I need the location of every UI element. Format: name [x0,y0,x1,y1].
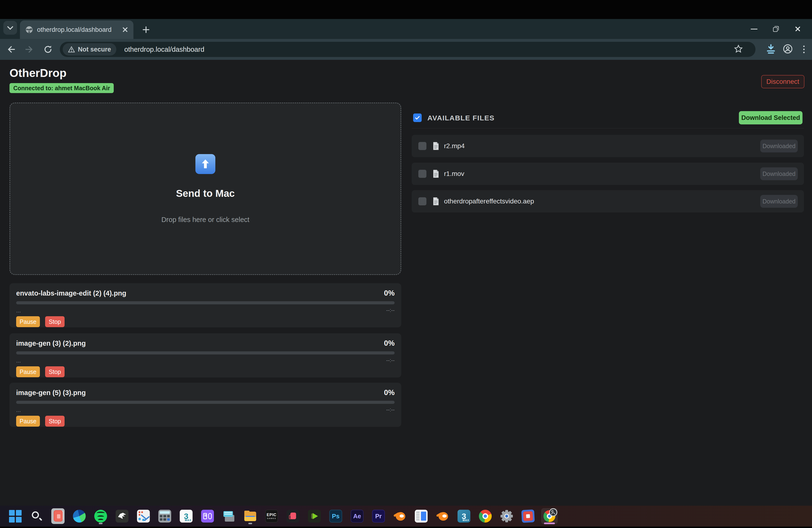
epic-games-icon: EPIC GAMES [265,510,278,523]
minimize-button[interactable] [743,19,765,39]
upload-status: ... [16,407,21,413]
stop-button[interactable]: Stop [45,416,64,427]
check-icon [414,115,420,121]
available-files-title: AVAILABLE FILES [427,114,495,122]
spotify-icon [94,510,107,523]
tab-close-icon[interactable] [122,27,128,33]
taskbar-snipping-tool[interactable] [137,508,150,524]
download-selected-button[interactable]: Download Selected [739,111,802,124]
dropzone[interactable]: Send to Mac Drop files here or click sel… [10,103,401,275]
running-indicator [248,523,252,524]
downloaded-button[interactable]: Downloaded [760,167,798,180]
eagle-icon [116,510,128,523]
taskbar-3dsmax[interactable]: 3 MAX [179,508,193,524]
taskbar-media-player[interactable] [308,508,321,524]
taskbar-photoshop[interactable]: Ps [329,508,342,524]
new-tab-button[interactable] [140,23,153,36]
taskbar-chrome-active[interactable] [543,508,556,524]
upload-icon [195,154,215,174]
blender-icon [393,510,406,523]
forward-button[interactable] [22,42,37,57]
globe-icon [25,26,33,34]
pause-button[interactable]: Pause [16,416,40,427]
document-viewer-icon [415,510,427,523]
taskbar-chrome[interactable] [479,508,492,524]
close-button[interactable] [787,19,809,39]
taskbar-otherdrop-app[interactable] [51,508,64,524]
taskbar-document-viewer[interactable] [415,508,428,524]
taskbar-edge[interactable] [73,508,86,524]
search-icon [31,511,42,522]
taskbar-file-explorer[interactable] [244,508,257,524]
taskbar-calculator[interactable] [158,508,171,524]
downloads-button[interactable] [766,43,777,55]
toolbar-actions [766,40,809,58]
downloaded-button[interactable]: Downloaded [760,195,798,208]
tab-title: otherdrop.local/dashboard [37,26,122,33]
taskbar-3dsmax-blue[interactable]: 3 MAX [457,508,470,524]
taskbar-search-button[interactable] [30,508,43,524]
3dsmax-icon: 3 MAX [180,510,192,523]
select-all-checkbox[interactable] [413,114,422,122]
pause-button[interactable]: Pause [16,316,40,327]
divider [412,128,804,129]
minimize-icon [751,29,757,29]
taskbar-blender[interactable] [393,508,406,524]
taskbar-epic-games[interactable]: EPIC GAMES [265,508,278,524]
3dsmax-blue-icon: 3 MAX [458,510,470,523]
start-button[interactable] [9,508,22,524]
reload-icon [43,45,53,54]
downloaded-button[interactable]: Downloaded [760,140,798,152]
menu-button[interactable] [799,46,809,53]
screen-top-edge [0,0,812,19]
calculator-icon [158,510,171,523]
file-name: r2.mp4 [444,142,760,150]
taskbar-icons: 3 MAX [9,508,556,524]
restore-button[interactable] [765,19,787,39]
taskbar-touch-keyboard[interactable] [222,508,235,524]
address-bar[interactable]: Not secure otherdrop.local/dashboard [60,42,755,57]
file-checkbox[interactable] [418,142,426,150]
gear-icon [500,510,513,523]
taskbar-spotify[interactable] [94,508,107,524]
tab-search-button[interactable] [3,21,17,35]
taskbar-blender-2[interactable] [436,508,449,524]
pause-button[interactable]: Pause [16,366,40,377]
taskbar-input-devices-app[interactable] [201,508,214,524]
profile-icon [783,44,793,54]
taskbar-clipboard-app[interactable] [286,508,300,524]
upload-filename: envato-labs-image-edit (2) (4).png [16,289,126,297]
page-title: OtherDrop [10,67,67,79]
file-name: r1.mov [444,170,760,178]
security-chip[interactable]: Not secure [63,43,116,56]
file-row[interactable]: r1.mov Downloaded [412,163,804,185]
download-icon [766,43,777,54]
file-row[interactable]: r2.mp4 Downloaded [412,135,804,157]
file-icon [433,142,439,150]
taskbar-after-effects[interactable]: Ae [350,508,364,524]
stop-button[interactable]: Stop [45,366,64,377]
browser-tab[interactable]: otherdrop.local/dashboard [20,20,133,39]
disconnect-button[interactable]: Disconnect [761,75,804,88]
media-player-icon [308,510,321,523]
file-icon [433,170,439,178]
upload-filename: image-gen (3) (2).png [16,339,86,347]
upload-card: image-gen (3) (2).png 0% ... --:-- Pause… [10,333,401,378]
stop-button[interactable]: Stop [45,316,64,327]
taskbar-settings[interactable] [500,508,513,524]
connection-status-badge: Connected to: ahmet MacBook Air [10,83,114,93]
taskbar-premiere-pro[interactable]: Pr [372,508,385,524]
file-checkbox[interactable] [418,170,426,178]
back-icon [6,45,16,54]
otherdrop-page: OtherDrop Connected to: ahmet MacBook Ai… [0,60,812,506]
reload-button[interactable] [40,42,56,57]
taskbar-eagle[interactable] [115,508,129,524]
close-icon [795,26,801,32]
profile-button[interactable] [783,44,793,55]
file-row[interactable]: otherdropaftereffectsvideo.aep Downloade… [412,190,804,212]
taskbar-quixel-app[interactable] [521,508,535,524]
chevron-down-icon [7,24,13,30]
file-checkbox[interactable] [418,197,426,205]
bookmark-button[interactable] [734,44,743,55]
back-button[interactable] [3,42,18,57]
